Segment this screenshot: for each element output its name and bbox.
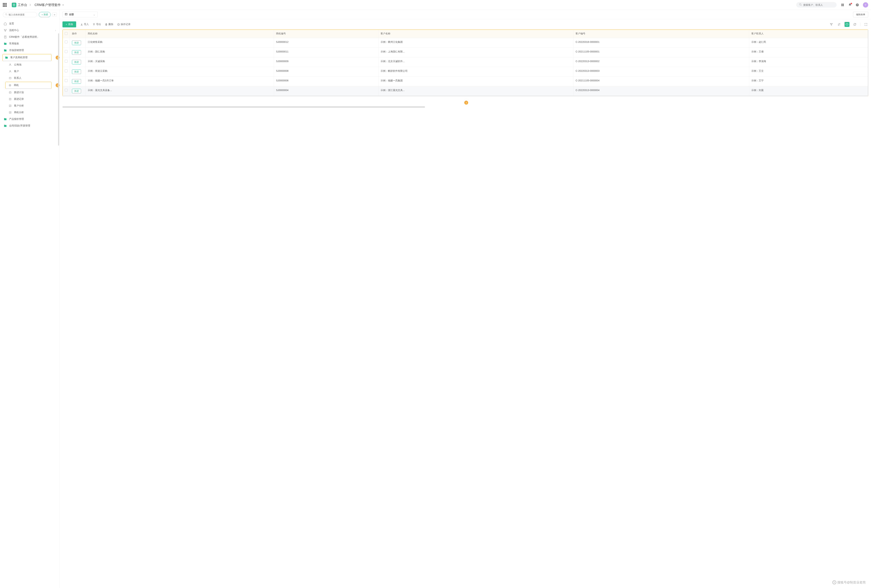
cell-customer-code: C-20211105-0000004 [573,77,749,86]
calendar-icon [8,91,12,94]
import-button[interactable]: 导入 [80,23,89,26]
cell-customer: 示例：上海国仁有限... [378,48,573,57]
svg-text:?: ? [857,4,858,6]
card-icon [8,77,12,79]
nav-followup-record[interactable]: 跟进记录 [0,96,60,102]
folder-icon [3,49,7,52]
row-checkbox[interactable] [65,50,67,53]
nav-common-reports[interactable]: 常用报表 [0,40,60,47]
push-button[interactable]: 推进 [72,50,81,55]
app-logo[interactable] [12,3,16,7]
sort-icon[interactable] [837,22,841,27]
nav-opportunity[interactable]: 商机 [6,82,51,88]
filter-icon[interactable] [829,22,834,27]
nav-contract-payment[interactable]: 合同/回款/开票管理 [0,123,60,129]
nav-label: 常用报表 [9,42,19,45]
cell-name: 江化销售采购 [85,38,274,48]
apps-grid-icon[interactable] [3,3,7,7]
nav-label: 市场营销管理 [9,49,24,52]
bell-icon[interactable] [848,3,852,7]
flow-icon [3,29,7,32]
new-button[interactable]: +新建 [39,12,51,17]
refresh-icon[interactable] [853,22,857,27]
chevron-down-icon: ⌄ [93,13,95,16]
list-icon [8,98,12,100]
horizontal-scrollbar-thumb[interactable] [63,106,425,108]
log-button[interactable]: 操作记录 [117,23,130,26]
nav-product-quote[interactable]: 产品报价管理 [0,116,60,123]
push-button[interactable]: 推进 [72,89,81,93]
col-name: 商机名称 [85,30,274,38]
nav-followup-plan[interactable]: 跟进计划 [0,89,60,96]
export-button[interactable]: 导出 [93,23,101,26]
view-mode-icon[interactable] [844,22,849,27]
select-all-checkbox[interactable] [65,32,67,35]
cell-contact: 示例：王立 [749,67,868,77]
col-action: 操作 [70,30,85,38]
nav-label: 合同/回款/开票管理 [9,124,30,127]
breadcrumb-workspace[interactable]: 工作台 [18,3,27,7]
row-checkbox[interactable] [65,60,67,63]
global-search[interactable] [796,2,837,7]
edit-form-button[interactable]: 编辑表单 [853,12,868,17]
nav-marketing[interactable]: 市场营销管理 [0,47,60,54]
user-avatar[interactable]: Y [863,2,868,7]
nav-label: 商机 [14,84,19,87]
push-button[interactable]: 推进 [72,40,81,45]
global-search-input[interactable] [803,3,834,6]
table-row[interactable]: 推进示例：福建一高3月订单SJ0000006示例：福建一高集团C-2021110… [63,77,868,86]
svg-rect-18 [9,91,11,93]
nav-label: 客户分析 [14,104,24,107]
row-checkbox[interactable] [65,69,67,72]
horizontal-scrollbar-track[interactable] [63,106,868,108]
fullscreen-icon[interactable] [864,22,868,27]
cell-code: SJ0000009 [274,57,378,67]
add-button[interactable]: + 添加 [63,21,76,27]
chart-icon [8,105,12,107]
table-row[interactable]: 推进江化销售采购SJ0000012示例：衢州江化集团C-20220316-000… [63,38,868,48]
delete-button[interactable]: 删除 [105,23,113,26]
nav-customer-opportunity[interactable]: 客户及商机管理 [3,54,51,61]
nav-flow-center[interactable]: 流程中心 › [0,27,60,34]
folder-icon [3,124,7,127]
row-checkbox[interactable] [65,40,67,43]
nav-customer-analysis[interactable]: 客户分析 [0,102,60,109]
table-row[interactable]: 推进示例：简道云采购SJ0000008示例：帆软软件有限公司C-20220313… [63,67,868,77]
svg-point-6 [4,29,5,30]
book-icon[interactable] [841,3,844,7]
cell-contact: 示例：李清海 [749,57,868,67]
nav-label: 产品报价管理 [9,118,24,121]
nav-opportunity-analysis[interactable]: 商机分析 [0,109,60,116]
view-selector[interactable]: 全部 ⌄ [63,12,97,17]
sidebar-search-input[interactable] [9,13,35,16]
divider [9,3,9,7]
sidebar-search[interactable] [3,12,37,17]
document-icon [3,36,7,39]
nav-home[interactable]: 首页 [0,20,60,27]
collapse-sidebar-button[interactable]: « [52,12,57,16]
nav-contact[interactable]: 联系人 [0,75,60,81]
nav-pool[interactable]: 公海池 [0,61,60,68]
search-icon [799,3,802,6]
separator [860,22,861,26]
cell-code: SJ0000004 [274,86,378,96]
nav-label: 客户及商机管理 [10,56,28,59]
cell-name: 示例：简道云采购 [85,67,274,77]
row-checkbox[interactable] [65,79,67,82]
push-button[interactable]: 推进 [72,69,81,74]
sidebar-scrollbar[interactable] [58,33,59,146]
nav-customer[interactable]: 客户 [0,68,60,75]
push-button[interactable]: 推进 [72,60,81,64]
chart-icon [8,111,12,114]
table-row[interactable]: 推进示例：国仁采购SJ0000011示例：上海国仁有限...C-20211105… [63,48,868,57]
svg-point-16 [9,84,11,86]
suite-dropdown-icon[interactable]: ▾ [63,3,64,6]
table-row[interactable]: 推进示例：天诚采购SJ0000009示例：北京天诚软件...C-20220313… [63,57,868,67]
cell-customer-code: C-20220313-0000003 [573,67,749,77]
row-checkbox[interactable] [65,89,67,91]
push-button[interactable]: 推进 [72,79,81,84]
help-icon[interactable]: ? [856,3,859,7]
table-row[interactable]: 推进示例：晨光文具设备...SJ0000004示例：浙江晨光文具...C-202… [63,86,868,96]
nav-crm-guide[interactable]: CRM套件「必看使用说明」 [0,34,60,40]
breadcrumb-suite[interactable]: CRM客户管理套件 [34,3,61,7]
